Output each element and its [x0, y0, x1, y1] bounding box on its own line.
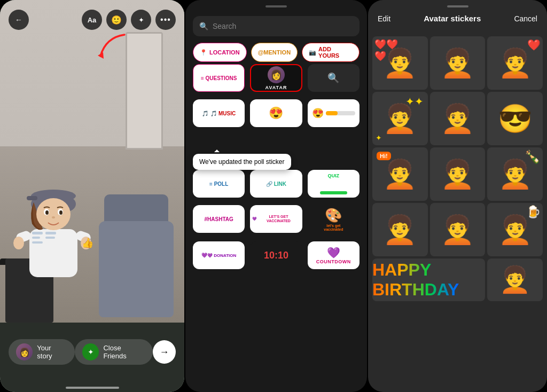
- sparkle-icon: ✦: [138, 16, 144, 24]
- screen3-handle: [447, 5, 468, 7]
- svg-text:👍: 👍: [82, 237, 93, 249]
- avatar-sticker-hi[interactable]: Hi! 🧑‍🦱: [372, 147, 428, 201]
- hi-badge: Hi!: [377, 152, 391, 160]
- cancel-button[interactable]: Cancel: [514, 14, 537, 23]
- svg-rect-4: [45, 232, 56, 234]
- poll-update-tooltip: We've updated the poll sticker: [193, 154, 291, 170]
- your-story-button[interactable]: 👩 Your story: [9, 339, 75, 365]
- avatar-sticker-hearts[interactable]: ❤️❤️❤️ 🧑‍🦱: [372, 36, 428, 90]
- svg-rect-3: [32, 241, 43, 244]
- sticker-avatar[interactable]: 👩 AVATAR: [250, 64, 302, 92]
- close-friends-label: Close Friends: [103, 344, 145, 360]
- avatar-stickers-grid: ❤️❤️❤️ 🧑‍🦱 🧑‍🦱 🧑‍🦱 ❤️ ✦✦ ✦ 🧑‍🦱 🧑‍🦱: [372, 36, 543, 301]
- svg-rect-5: [45, 237, 55, 239]
- heart-deco: ❤️: [527, 38, 541, 51]
- screen2-handle: [265, 5, 287, 7]
- screen2-sticker-picker: 🔍 Search 📍 LOCATION @MENTION 📷 ADD YOURS…: [185, 0, 367, 392]
- sticker-slider[interactable]: 😍: [308, 99, 360, 127]
- avatar-sticker-pray[interactable]: 🧑‍🦱: [430, 203, 486, 256]
- effects-button[interactable]: ✦: [131, 10, 151, 30]
- tag-mention[interactable]: @MENTION: [251, 43, 298, 62]
- avatar-stickers-title: Avatar stickers: [424, 14, 481, 23]
- avatar-sticker-party[interactable]: 🧑‍🦱 🍺: [487, 203, 543, 256]
- svg-point-13: [59, 210, 62, 215]
- svg-point-12: [45, 210, 49, 215]
- avatar-sticker-think[interactable]: 🧑‍🦱: [430, 147, 486, 201]
- sticker-search-bar[interactable]: 🔍 Search: [193, 16, 360, 36]
- svg-rect-8: [27, 196, 37, 200]
- your-story-label: Your story: [37, 344, 67, 360]
- sticker-row1: ≡ QUESTIONS 👩 AVATAR 🔍: [193, 64, 360, 92]
- sticker-quiz[interactable]: QUIZ: [308, 170, 360, 198]
- screen3-header: Edit Avatar stickers Cancel: [368, 14, 547, 23]
- screen1-bottom-bar: 👩 Your story ✦ Close Friends →: [0, 323, 184, 392]
- quiz-progress: [320, 191, 347, 194]
- birthday-text: HAPPY BIRTHDAY: [372, 260, 485, 300]
- sparkle-deco2: ✦: [376, 134, 382, 142]
- sparkle-deco: ✦✦: [405, 95, 424, 108]
- sticker-questions[interactable]: ≡ QUESTIONS: [193, 64, 245, 92]
- screen3-avatar-stickers: Edit Avatar stickers Cancel ❤️❤️❤️ 🧑‍🦱 🧑…: [368, 0, 547, 392]
- avatar-character: 👍: [11, 178, 96, 296]
- avatar-emoji: 🧑‍🦱: [440, 158, 475, 191]
- back-icon: ←: [15, 15, 22, 24]
- tag-add-yours[interactable]: 📷 ADD YOURS: [302, 43, 360, 62]
- avatar-sticker-wave[interactable]: 🧑‍🦱: [430, 92, 486, 145]
- sticker-poll[interactable]: ≡ POLL: [193, 170, 245, 198]
- avatar-sticker-hearts2[interactable]: 🧑‍🦱 ❤️: [487, 36, 543, 90]
- avatar-sticker-birthday[interactable]: HAPPY BIRTHDAY: [372, 258, 485, 301]
- screen1-toolbar: ← Aa 🙂 ✦ •••: [0, 10, 184, 30]
- avatar-sticker-extra[interactable]: 🧑‍🦱: [487, 258, 543, 301]
- story-avatar-emoji: 👩: [19, 347, 30, 357]
- donation-icon: 💜: [201, 253, 207, 258]
- sticker-donation[interactable]: 💜 💜 DONATION: [193, 241, 245, 269]
- music-icon: 🎵: [202, 111, 208, 116]
- text-tool-button[interactable]: Aa: [82, 10, 102, 30]
- avatar-emoji: 🧑‍🦱: [499, 265, 531, 295]
- home-indicator: [66, 387, 119, 389]
- sticker-row5: 💜 💜 DONATION 10:10 💜 COUNTDOWN: [193, 241, 360, 269]
- search-placeholder: Search: [213, 22, 353, 30]
- beer-icon: 🍺: [526, 205, 541, 219]
- avatar-sticker-champagne[interactable]: 🍾 🧑‍🦱: [487, 147, 543, 201]
- tag-location[interactable]: 📍 LOCATION: [193, 43, 247, 62]
- next-button[interactable]: →: [153, 340, 176, 364]
- next-arrow-icon: →: [159, 347, 169, 358]
- search-sticker-icon: 🔍: [327, 72, 339, 84]
- more-button[interactable]: •••: [155, 10, 176, 30]
- sticker-music[interactable]: 🎵 🎵 MUSIC: [193, 99, 245, 127]
- avatar-emoji: 🧑‍🦱: [440, 103, 475, 135]
- svg-point-14: [52, 216, 55, 218]
- avatar-sticker-wave2[interactable]: 🧑‍🦱: [372, 203, 428, 256]
- sticker-hashtag[interactable]: #HASHTAG: [193, 205, 245, 233]
- sticker-lets-get[interactable]: 🎨 let's get vaccinated: [308, 205, 360, 233]
- avatar-emoji: 🧑‍🦱: [440, 47, 475, 80]
- sticker-link[interactable]: 🔗 LINK: [250, 170, 302, 198]
- avatar-emoji: 🧑‍🦱: [440, 214, 475, 246]
- sticker-search[interactable]: 🔍: [308, 64, 360, 92]
- champagne-icon: 🍾: [525, 150, 541, 164]
- close-friends-button[interactable]: ✦ Close Friends: [75, 339, 153, 365]
- sticker-timer[interactable]: 10:10: [250, 241, 302, 269]
- avatar-thumb: 👩: [268, 66, 285, 83]
- close-friends-icon: ✦: [82, 343, 99, 360]
- your-story-avatar: 👩: [16, 343, 33, 360]
- avatar-sticker-thumbsup[interactable]: 🧑‍🦱: [430, 36, 486, 90]
- avatar-emoji: 😎: [498, 103, 533, 135]
- svg-rect-0: [29, 229, 77, 277]
- back-button[interactable]: ←: [9, 10, 29, 30]
- avatar-sticker-sparkle[interactable]: ✦✦ ✦ 🧑‍🦱: [372, 92, 428, 145]
- edit-button[interactable]: Edit: [378, 14, 390, 23]
- sticker-emoji[interactable]: 😍: [250, 99, 302, 127]
- sticker-button[interactable]: 🙂: [106, 10, 127, 30]
- sticker-tags-row: 📍 LOCATION @MENTION 📷 ADD YOURS: [193, 43, 360, 62]
- sticker-countdown[interactable]: 💜 COUNTDOWN: [308, 241, 360, 269]
- sticker-row3: ≡ POLL 🔗 LINK QUIZ: [193, 170, 360, 198]
- sticker-vaccinated[interactable]: 💜 LET'S GET VACCINATED: [250, 205, 302, 233]
- sticker-row2: 🎵 🎵 MUSIC 😍 😍: [193, 99, 360, 127]
- avatar-sticker-sunglasses[interactable]: 😎: [487, 92, 543, 145]
- camera-icon: 📷: [309, 49, 316, 56]
- chair: [99, 221, 174, 317]
- sticker-row4: #HASHTAG 💜 LET'S GET VACCINATED 🎨 let's …: [193, 205, 360, 233]
- toolbar-right: Aa 🙂 ✦ •••: [82, 10, 176, 30]
